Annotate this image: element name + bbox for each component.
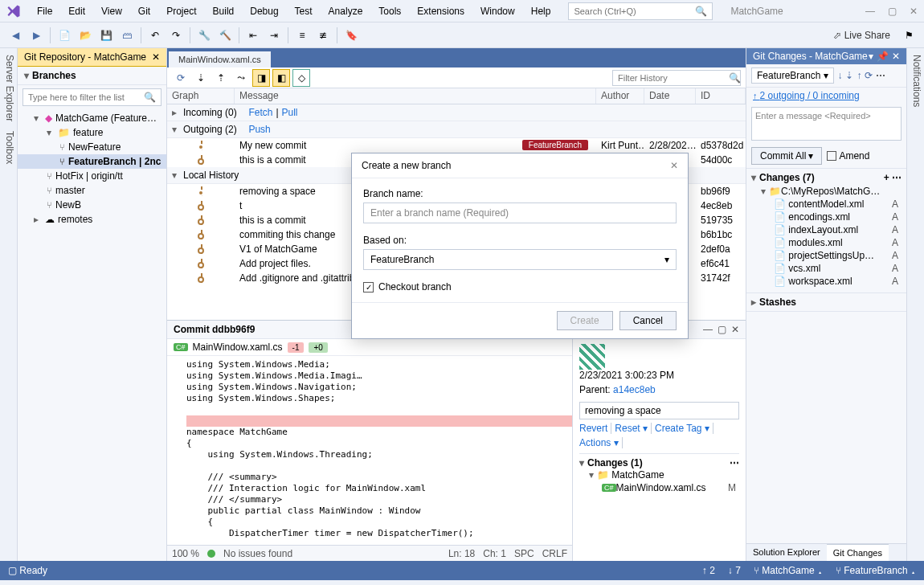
menu-project[interactable]: Project	[158, 2, 204, 20]
toggle-icon[interactable]: ◨	[252, 69, 270, 87]
tree-item[interactable]: FeatureBranch | 2nc	[18, 154, 166, 169]
more-icon[interactable]: ⋯	[876, 70, 885, 81]
branch-name-input[interactable]: Enter a branch name (Required)	[363, 202, 677, 223]
stashes-header[interactable]: ▸Stashes	[751, 297, 902, 308]
close-icon[interactable]: ✕	[892, 51, 900, 62]
solution-explorer-tab[interactable]: Solution Explorer	[746, 544, 827, 561]
tree-item[interactable]: ▸☁remotes	[18, 212, 166, 227]
action-link[interactable]: Actions ▾	[579, 437, 623, 448]
menu-extensions[interactable]: Extensions	[409, 2, 472, 20]
menu-git[interactable]: Git	[130, 2, 158, 20]
toggle-icon[interactable]: ◇	[292, 69, 310, 87]
refresh-icon[interactable]: ⟳	[172, 69, 190, 87]
changed-file[interactable]: 📄 contentModel.xmlA	[751, 198, 902, 211]
undo-icon[interactable]: ↶	[146, 27, 164, 44]
indent-icon[interactable]: ⇤	[244, 27, 262, 44]
parent-link[interactable]: a14ec8eb	[613, 384, 656, 395]
incoming-count[interactable]: ↓ 7	[728, 565, 741, 576]
feedback-icon[interactable]: ⚑	[900, 27, 918, 44]
git-changes-tab[interactable]: Git Changes	[827, 544, 889, 561]
branch-indicator[interactable]: ⑂ FeatureBranch ▴	[836, 565, 916, 576]
menu-help[interactable]: Help	[523, 2, 559, 20]
menu-debug[interactable]: Debug	[242, 2, 286, 20]
uncomment-icon[interactable]: ≢	[314, 27, 332, 44]
minimize-icon[interactable]: —	[865, 6, 875, 17]
back-icon[interactable]: ◀	[6, 27, 24, 44]
menu-window[interactable]: Window	[472, 2, 523, 20]
changed-file[interactable]: 📄 modules.xmlA	[751, 236, 902, 249]
menu-tools[interactable]: Tools	[370, 2, 409, 20]
commit-all-button[interactable]: Commit All ▾	[751, 147, 822, 165]
save-all-icon[interactable]: 🗃	[118, 27, 136, 44]
toggle-icon[interactable]: ◧	[272, 69, 290, 87]
tool-icon[interactable]: 🔧	[195, 27, 213, 44]
incoming-section[interactable]: ▸ Incoming (0) Fetch | Pull	[167, 104, 746, 121]
file-row[interactable]: ▾📁 MatchGame	[579, 468, 739, 481]
tree-item[interactable]: NewB	[18, 198, 166, 212]
menu-view[interactable]: View	[93, 2, 130, 20]
comment-icon[interactable]: ≡	[293, 27, 311, 44]
maximize-icon[interactable]: ▢	[888, 6, 897, 17]
tree-item[interactable]: master	[18, 183, 166, 198]
changes-section-header[interactable]: ▾Changes (7) + ⋯	[751, 172, 902, 183]
code-block[interactable]: using System.Windows.Media; using System…	[167, 356, 572, 545]
dropdown-icon[interactable]: ▾	[869, 51, 873, 62]
maximize-icon[interactable]: ▢	[718, 324, 726, 335]
changed-file[interactable]: 📄 vcs.xmlA	[751, 262, 902, 275]
tool-icon[interactable]: ⇣	[192, 69, 210, 87]
new-project-icon[interactable]: 📄	[55, 27, 73, 44]
redo-icon[interactable]: ↷	[167, 27, 185, 44]
changes-header[interactable]: ▾Changes (1) ⋯	[579, 457, 739, 468]
rail-tab[interactable]: Server Explorer	[2, 55, 15, 121]
push-icon[interactable]: ↑	[857, 70, 861, 81]
outdent-icon[interactable]: ⇥	[265, 27, 283, 44]
pull-link[interactable]: Pull	[282, 107, 298, 118]
close-icon[interactable]: ✕	[731, 324, 739, 335]
menu-edit[interactable]: Edit	[60, 2, 93, 20]
forward-icon[interactable]: ▶	[27, 27, 45, 44]
tool-icon[interactable]: ⤳	[232, 69, 250, 87]
changed-file[interactable]: 📄 workspace.xmlA	[751, 275, 902, 288]
fetch-link[interactable]: Fetch	[248, 107, 272, 118]
commit-message-input[interactable]: Enter a message <Required>	[751, 107, 902, 141]
action-link[interactable]: Reset ▾	[615, 423, 652, 434]
menu-build[interactable]: Build	[205, 2, 243, 20]
quick-search[interactable]: 🔍	[568, 2, 713, 20]
action-link[interactable]: Create Tag ▾	[655, 423, 713, 434]
tree-item[interactable]: ▾◆MatchGame (Feature…	[18, 111, 166, 125]
action-link[interactable]: Revert	[579, 423, 611, 434]
menu-test[interactable]: Test	[287, 2, 321, 20]
cancel-button[interactable]: Cancel	[619, 311, 677, 330]
sync-link[interactable]: ↑ 2 outgoing / 0 incoming	[746, 88, 906, 104]
branch-filter-input[interactable]	[28, 92, 144, 102]
filter-history[interactable]: 🔍	[612, 70, 741, 86]
pull-icon[interactable]: ⇣	[845, 70, 853, 81]
close-icon[interactable]: ✕	[910, 6, 918, 17]
document-tab[interactable]: MainWindow.xaml.cs	[169, 51, 271, 68]
pin-icon[interactable]: 📌	[877, 51, 889, 62]
filter-history-input[interactable]	[618, 73, 729, 83]
based-on-dropdown[interactable]: FeatureBranch▾	[363, 249, 677, 270]
fetch-icon[interactable]: ↓	[837, 70, 842, 81]
amend-checkbox[interactable]: Amend	[827, 150, 869, 162]
rail-tab[interactable]: Toolbox	[2, 131, 15, 164]
menu-file[interactable]: File	[29, 2, 60, 20]
changed-file[interactable]: 📄 encodings.xmlA	[751, 211, 902, 223]
history-row[interactable]: My new commit FeatureBranchKirt Punt…2/2…	[167, 138, 746, 153]
sync-icon[interactable]: ⟳	[865, 70, 873, 81]
save-icon[interactable]: 💾	[97, 27, 115, 44]
live-share-button[interactable]: ⬀ Live Share	[827, 30, 897, 41]
folder-row[interactable]: ▾📁 C:\MyRepos\MatchG…	[751, 185, 902, 198]
repo-indicator[interactable]: ⑂ MatchGame ▴	[754, 565, 823, 576]
open-icon[interactable]: 📂	[76, 27, 94, 44]
branch-filter[interactable]: 🔍	[22, 88, 161, 106]
quick-search-input[interactable]	[574, 6, 695, 16]
branches-header[interactable]: ▾Branches	[18, 67, 166, 85]
minimize-icon[interactable]: —	[703, 324, 713, 335]
dialog-close-icon[interactable]: ✕	[670, 160, 678, 171]
tree-item[interactable]: HotFix | origin/tt	[18, 169, 166, 183]
rail-tab[interactable]: Notifications	[909, 55, 922, 107]
outgoing-count[interactable]: ↑ 2	[702, 565, 715, 576]
tree-item[interactable]: NewFeature	[18, 140, 166, 154]
outgoing-section[interactable]: ▾ Outgoing (2) Push	[167, 121, 746, 138]
